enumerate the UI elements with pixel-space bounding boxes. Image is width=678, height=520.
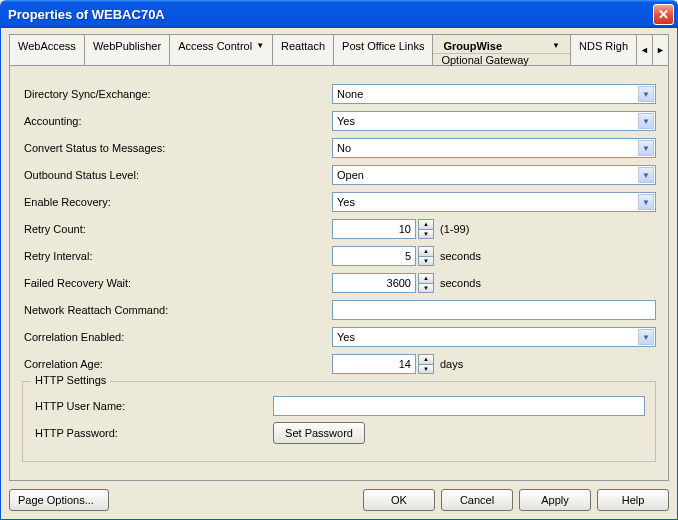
retry-count-input[interactable]: 10 bbox=[332, 219, 416, 239]
retry-interval-input[interactable]: 5 bbox=[332, 246, 416, 266]
chevron-down-icon: ▼ bbox=[638, 167, 654, 183]
retry-count-spinner[interactable]: ▲▼ bbox=[418, 219, 434, 239]
tab-reattach[interactable]: Reattach bbox=[273, 35, 334, 65]
chevron-down-icon: ▼ bbox=[638, 329, 654, 345]
retry-count-suffix: (1-99) bbox=[440, 223, 469, 235]
retry-interval-suffix: seconds bbox=[440, 250, 481, 262]
failed-recovery-input[interactable]: 3600 bbox=[332, 273, 416, 293]
close-icon[interactable]: ✕ bbox=[653, 4, 674, 25]
cancel-button[interactable]: Cancel bbox=[441, 489, 513, 511]
chevron-down-icon: ▼ bbox=[638, 113, 654, 129]
http-settings-legend: HTTP Settings bbox=[31, 374, 110, 386]
tab-webaccess[interactable]: WebAccess bbox=[10, 35, 85, 65]
convert-status-select[interactable]: No▼ bbox=[332, 138, 656, 158]
chevron-down-icon[interactable]: ▼ bbox=[418, 283, 434, 294]
correlation-enabled-select[interactable]: Yes▼ bbox=[332, 327, 656, 347]
tab-scroll-right-icon[interactable]: ► bbox=[652, 35, 668, 65]
retry-count-label: Retry Count: bbox=[22, 223, 332, 235]
http-username-label: HTTP User Name: bbox=[33, 400, 273, 412]
chevron-down-icon[interactable]: ▼ bbox=[418, 256, 434, 267]
chevron-down-icon: ▼ bbox=[638, 140, 654, 156]
apply-button[interactable]: Apply bbox=[519, 489, 591, 511]
correlation-enabled-label: Correlation Enabled: bbox=[22, 331, 332, 343]
tab-post-office-links[interactable]: Post Office Links bbox=[334, 35, 433, 65]
tab-access-control[interactable]: Access Control▼ bbox=[170, 35, 273, 65]
chevron-down-icon: ▼ bbox=[256, 39, 264, 53]
enable-recovery-label: Enable Recovery: bbox=[22, 196, 332, 208]
network-reattach-label: Network Reattach Command: bbox=[22, 304, 332, 316]
outbound-status-label: Outbound Status Level: bbox=[22, 169, 332, 181]
failed-recovery-suffix: seconds bbox=[440, 277, 481, 289]
failed-recovery-spinner[interactable]: ▲▼ bbox=[418, 273, 434, 293]
convert-status-label: Convert Status to Messages: bbox=[22, 142, 332, 154]
titlebar: Properties of WEBAC70A ✕ bbox=[0, 0, 678, 28]
page-options-button[interactable]: Page Options... bbox=[9, 489, 109, 511]
chevron-down-icon: ▼ bbox=[638, 194, 654, 210]
bottom-bar: Page Options... OK Cancel Apply Help bbox=[9, 481, 669, 511]
directory-sync-label: Directory Sync/Exchange: bbox=[22, 88, 332, 100]
window-title: Properties of WEBAC70A bbox=[8, 7, 653, 22]
correlation-age-label: Correlation Age: bbox=[22, 358, 332, 370]
tab-nds-rights[interactable]: NDS Righ bbox=[571, 35, 636, 65]
main-panel: Directory Sync/Exchange: None▼ Accountin… bbox=[9, 66, 669, 481]
retry-interval-label: Retry Interval: bbox=[22, 250, 332, 262]
chevron-up-icon[interactable]: ▲ bbox=[418, 246, 434, 256]
correlation-age-spinner[interactable]: ▲▼ bbox=[418, 354, 434, 374]
tab-bar: WebAccess WebPublisher Access Control▼ R… bbox=[9, 34, 669, 66]
set-password-button[interactable]: Set Password bbox=[273, 422, 365, 444]
accounting-select[interactable]: Yes▼ bbox=[332, 111, 656, 131]
window-content: WebAccess WebPublisher Access Control▼ R… bbox=[0, 28, 678, 520]
enable-recovery-select[interactable]: Yes▼ bbox=[332, 192, 656, 212]
chevron-down-icon[interactable]: ▼ bbox=[418, 364, 434, 375]
accounting-label: Accounting: bbox=[22, 115, 332, 127]
chevron-up-icon[interactable]: ▲ bbox=[418, 273, 434, 283]
http-password-label: HTTP Password: bbox=[33, 427, 273, 439]
chevron-up-icon[interactable]: ▲ bbox=[418, 354, 434, 364]
outbound-status-select[interactable]: Open▼ bbox=[332, 165, 656, 185]
network-reattach-input[interactable] bbox=[332, 300, 656, 320]
correlation-age-suffix: days bbox=[440, 358, 463, 370]
chevron-down-icon[interactable]: ▼ bbox=[418, 229, 434, 240]
ok-button[interactable]: OK bbox=[363, 489, 435, 511]
retry-interval-spinner[interactable]: ▲▼ bbox=[418, 246, 434, 266]
http-settings-fieldset: HTTP Settings HTTP User Name: HTTP Passw… bbox=[22, 381, 656, 462]
tab-groupwise[interactable]: GroupWise▼ bbox=[433, 35, 570, 53]
directory-sync-select[interactable]: None▼ bbox=[332, 84, 656, 104]
tab-webpublisher[interactable]: WebPublisher bbox=[85, 35, 170, 65]
correlation-age-input[interactable]: 14 bbox=[332, 354, 416, 374]
tab-scroll-left-icon[interactable]: ◄ bbox=[636, 35, 652, 65]
failed-recovery-label: Failed Recovery Wait: bbox=[22, 277, 332, 289]
chevron-down-icon: ▼ bbox=[552, 39, 560, 53]
chevron-up-icon[interactable]: ▲ bbox=[418, 219, 434, 229]
help-button[interactable]: Help bbox=[597, 489, 669, 511]
http-username-input[interactable] bbox=[273, 396, 645, 416]
chevron-down-icon: ▼ bbox=[638, 86, 654, 102]
